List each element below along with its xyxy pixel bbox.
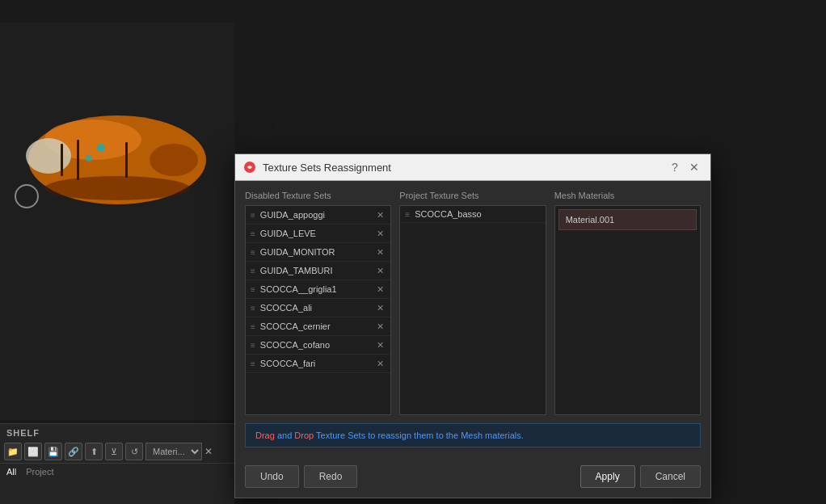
- texture-item-label: GUIDA_LEVE: [260, 229, 374, 238]
- remove-item-icon[interactable]: ✕: [374, 265, 386, 276]
- svg-rect-8: [77, 140, 79, 180]
- remove-item-icon[interactable]: ✕: [374, 284, 386, 295]
- drag-handle-icon: ≡: [251, 248, 255, 257]
- texture-item-label: SCOCCA_cernier: [260, 321, 374, 331]
- dialog-columns: Disabled Texture Sets ≡ GUIDA_appoggi ✕ …: [245, 191, 701, 415]
- list-item[interactable]: ≡ GUIDA_TAMBURI ✕: [246, 262, 390, 280]
- texture-item-label: SCOCCA_ali: [260, 303, 374, 313]
- svg-point-10: [44, 176, 190, 200]
- drag-handle-icon: ≡: [251, 285, 255, 294]
- cancel-button[interactable]: Cancel: [640, 465, 701, 488]
- mesh-materials-col: Mesh Materials Material.001: [554, 191, 701, 415]
- list-item[interactable]: ≡ SCOCCA_fari ✕: [246, 355, 390, 373]
- list-item[interactable]: ≡ SCOCCA_cernier ✕: [246, 317, 390, 336]
- disabled-texture-sets-col: Disabled Texture Sets ≡ GUIDA_appoggi ✕ …: [245, 191, 391, 415]
- texture-item-label: SCOCCA_fari: [260, 359, 374, 368]
- rest-text: Texture Sets to reassign them to the Mes…: [314, 430, 524, 440]
- svg-point-6: [86, 155, 92, 162]
- disabled-texture-list[interactable]: ≡ GUIDA_appoggi ✕ ≡ GUIDA_LEVE ✕ ≡ GUIDA…: [245, 205, 391, 415]
- and-text: and: [275, 430, 294, 440]
- shelf-close-btn[interactable]: ✕: [204, 446, 213, 457]
- apply-button[interactable]: Apply: [580, 465, 635, 488]
- list-item[interactable]: ≡ SCOCCA__griglia1 ✕: [246, 280, 390, 299]
- shelf-folder-btn[interactable]: 📁: [4, 443, 22, 460]
- list-item[interactable]: ≡ GUIDA_appoggi ✕: [246, 206, 390, 225]
- shelf-import-btn[interactable]: ⬆: [85, 443, 103, 460]
- shelf-link-btn[interactable]: 🔗: [65, 443, 82, 460]
- remove-item-icon[interactable]: ✕: [374, 228, 386, 239]
- shelf-nav: All Project: [0, 464, 234, 480]
- drag-text: Drag: [255, 430, 275, 440]
- remove-item-icon[interactable]: ✕: [374, 358, 386, 369]
- list-item[interactable]: ≡ GUIDA_LEVE ✕: [246, 225, 390, 243]
- dialog-titlebar: Texture Sets Reassignment ? ✕: [235, 154, 710, 181]
- project-texture-item[interactable]: ≡ SCOCCA_basso: [400, 206, 545, 223]
- mesh-col-header: Mesh Materials: [554, 191, 701, 200]
- drag-handle-icon: ≡: [251, 211, 255, 220]
- project-texture-sets-col: Project Texture Sets ≡ SCOCCA_basso: [399, 191, 546, 415]
- project-texture-list[interactable]: ≡ SCOCCA_basso: [399, 205, 546, 415]
- svg-point-3: [26, 138, 71, 174]
- disabled-col-header: Disabled Texture Sets: [245, 191, 391, 200]
- drag-handle-icon: ≡: [251, 304, 255, 313]
- texture-item-label: SCOCCA__griglia1: [260, 284, 374, 294]
- shelf-title: SHELF: [0, 424, 234, 440]
- texture-item-label: GUIDA_MONITOR: [260, 247, 374, 257]
- dialog-title: Texture Sets Reassignment: [263, 162, 664, 174]
- remove-item-icon[interactable]: ✕: [374, 246, 386, 258]
- substance-icon: [243, 161, 256, 174]
- viewport-circle-widget[interactable]: [15, 184, 39, 208]
- remove-item-icon[interactable]: ✕: [374, 339, 386, 351]
- texture-sets-dialog: Texture Sets Reassignment ? ✕ Disabled T…: [234, 153, 711, 498]
- drop-text: Drop: [294, 430, 314, 440]
- svg-point-4: [150, 144, 198, 176]
- list-item[interactable]: ≡ SCOCCA_cofano ✕: [246, 336, 390, 355]
- drag-handle-icon: ≡: [251, 359, 255, 368]
- dialog-close-btn[interactable]: ✕: [686, 159, 702, 175]
- drag-handle-icon: ≡: [251, 229, 255, 238]
- remove-item-icon[interactable]: ✕: [374, 321, 386, 332]
- svg-point-5: [97, 144, 105, 152]
- viewport: [0, 23, 234, 420]
- footer-left-buttons: Undo Redo: [245, 465, 357, 488]
- list-item[interactable]: ≡ SCOCCA_ali ✕: [246, 299, 390, 317]
- dialog-footer: Undo Redo Apply Cancel: [235, 465, 710, 498]
- shelf-new-btn[interactable]: ⬜: [24, 443, 42, 460]
- drag-handle-icon: ≡: [251, 267, 255, 275]
- svg-rect-7: [61, 144, 63, 176]
- remove-item-icon[interactable]: ✕: [374, 302, 386, 313]
- viewport-mesh: [12, 71, 222, 249]
- drag-handle-icon: ≡: [405, 210, 410, 219]
- shelf-save-btn[interactable]: 💾: [44, 443, 62, 460]
- mesh-material-list: Material.001: [554, 205, 701, 415]
- footer-right-buttons: Apply Cancel: [580, 465, 701, 488]
- redo-button[interactable]: Redo: [304, 465, 358, 488]
- info-box: Drag and Drop Texture Sets to reassign t…: [245, 423, 701, 447]
- shelf-filter-btn[interactable]: ⊻: [105, 443, 123, 460]
- texture-item-label: SCOCCA_cofano: [260, 340, 374, 350]
- drag-handle-icon: ≡: [251, 341, 255, 350]
- dialog-body: Disabled Texture Sets ≡ GUIDA_appoggi ✕ …: [235, 181, 710, 465]
- texture-item-label: GUIDA_appoggi: [260, 210, 374, 220]
- shelf-nav-project[interactable]: Project: [26, 467, 53, 477]
- shelf-filter-dropdown[interactable]: Materi...: [145, 443, 202, 460]
- svg-rect-9: [125, 142, 128, 178]
- drag-handle-icon: ≡: [251, 322, 255, 331]
- undo-button[interactable]: Undo: [245, 465, 299, 488]
- shelf-refresh-btn[interactable]: ↺: [125, 443, 143, 460]
- project-item-label: SCOCCA_basso: [415, 209, 540, 219]
- shelf-nav-all[interactable]: All: [6, 467, 16, 477]
- dialog-help-btn[interactable]: ?: [667, 159, 683, 175]
- texture-item-label: GUIDA_TAMBURI: [260, 266, 374, 275]
- project-col-header: Project Texture Sets: [399, 191, 546, 200]
- list-item[interactable]: ≡ GUIDA_MONITOR ✕: [246, 243, 390, 262]
- mesh-material-item[interactable]: Material.001: [558, 209, 697, 230]
- shelf-panel: SHELF 📁 ⬜ 💾 🔗 ⬆ ⊻ ↺ Materi... ✕ All Proj…: [0, 423, 234, 504]
- shelf-toolbar: 📁 ⬜ 💾 🔗 ⬆ ⊻ ↺ Materi... ✕: [0, 440, 234, 464]
- remove-item-icon[interactable]: ✕: [374, 209, 386, 220]
